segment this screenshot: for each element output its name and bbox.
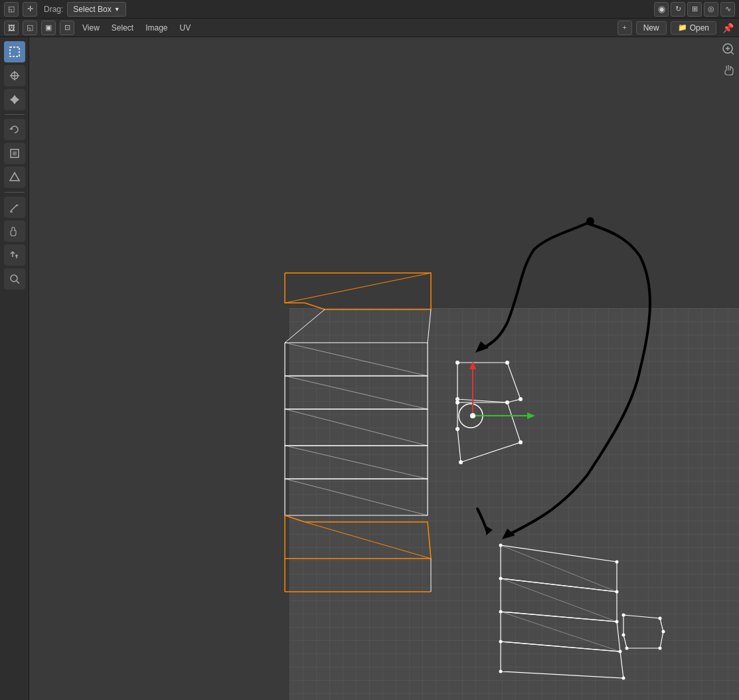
- separator-1: [5, 114, 25, 115]
- hand-icon: [722, 62, 735, 76]
- menu-select[interactable]: Select: [108, 22, 137, 34]
- svg-marker-6: [10, 98, 13, 102]
- canvas-area[interactable]: [29, 37, 739, 700]
- annotate-tool[interactable]: [4, 197, 25, 218]
- transform-icon[interactable]: ✛: [23, 2, 37, 17]
- svg-point-73: [586, 217, 594, 225]
- new-label: New: [643, 23, 659, 33]
- grab-tool[interactable]: [4, 220, 25, 242]
- svg-rect-11: [13, 151, 17, 155]
- transform-icon: [9, 171, 21, 183]
- zoom-in-button[interactable]: [720, 41, 736, 57]
- extra-icon[interactable]: ∿: [720, 2, 735, 17]
- select-box-icon: [9, 46, 21, 58]
- annotate-icon: [9, 201, 21, 213]
- open-label: Open: [690, 23, 709, 33]
- move-icon: [9, 94, 21, 106]
- svg-line-22: [285, 273, 431, 303]
- view-mode-3[interactable]: ⊡: [60, 21, 74, 35]
- menu-view[interactable]: View: [78, 22, 104, 34]
- svg-rect-8: [13, 98, 17, 102]
- svg-marker-7: [17, 98, 19, 102]
- editor-type-icon[interactable]: ◱: [4, 2, 19, 17]
- svg-marker-4: [13, 95, 17, 98]
- svg-line-21: [731, 52, 734, 54]
- image-icon[interactable]: 🖼: [4, 21, 19, 35]
- cursor-tool[interactable]: [4, 65, 25, 86]
- menu-image[interactable]: Image: [141, 22, 171, 34]
- second-toolbar: 🖼 ◱ ▣ ⊡ View Select Image UV + New 📁 Ope…: [0, 19, 739, 37]
- pin-button[interactable]: 📌: [720, 21, 735, 35]
- transform-tool[interactable]: [4, 167, 25, 188]
- viewport-icons: ◉ ↻ ⊞ ◎ ∿: [654, 2, 735, 17]
- grab-icon: [9, 225, 21, 237]
- zoom-icon: [9, 273, 21, 285]
- top-toolbar: ◱ ✛ Drag: Select Box ▼ ◉ ↻ ⊞ ◎ ∿: [0, 0, 739, 19]
- folder-icon: 📁: [678, 23, 687, 32]
- zoom-tool[interactable]: [4, 268, 25, 290]
- pan-tool[interactable]: [4, 244, 25, 266]
- drag-label: Drag:: [44, 5, 63, 14]
- svg-point-16: [11, 275, 17, 282]
- right-sidebar: [718, 37, 739, 81]
- svg-line-13: [11, 205, 17, 211]
- move-tool[interactable]: [4, 89, 25, 110]
- svg-marker-12: [10, 173, 19, 181]
- proportional-icon[interactable]: ◎: [704, 2, 718, 17]
- viewport-display-icon[interactable]: ◉: [654, 2, 669, 17]
- cursor-icon: [9, 70, 21, 82]
- menu-uv[interactable]: UV: [176, 22, 195, 34]
- scale-icon: [9, 147, 21, 159]
- open-button[interactable]: 📁 Open: [671, 21, 716, 35]
- snapping-icon[interactable]: ⊞: [687, 2, 702, 17]
- svg-line-17: [17, 281, 19, 284]
- add-image-icon[interactable]: +: [617, 21, 632, 35]
- view-mode-2[interactable]: ▣: [41, 21, 56, 35]
- pan-icon: [9, 249, 21, 261]
- separator-2: [5, 192, 25, 193]
- svg-rect-0: [10, 47, 19, 56]
- zoom-in-icon: [722, 43, 735, 56]
- select-box-label: Select Box: [73, 5, 111, 14]
- select-box-tool[interactable]: [4, 41, 25, 62]
- view-mode-1[interactable]: ◱: [23, 21, 37, 35]
- dropdown-chevron: ▼: [114, 6, 120, 13]
- overlay-icon[interactable]: ↻: [671, 2, 685, 17]
- left-sidebar: [0, 37, 29, 700]
- new-button[interactable]: New: [636, 21, 667, 35]
- uv-grid: [289, 308, 739, 700]
- rotate-icon: [9, 124, 21, 135]
- hand-button[interactable]: [720, 61, 736, 77]
- rotate-tool[interactable]: [4, 119, 25, 140]
- select-box-dropdown[interactable]: Select Box ▼: [67, 2, 125, 17]
- scale-tool[interactable]: [4, 143, 25, 164]
- svg-marker-5: [13, 102, 17, 104]
- svg-marker-9: [9, 128, 13, 130]
